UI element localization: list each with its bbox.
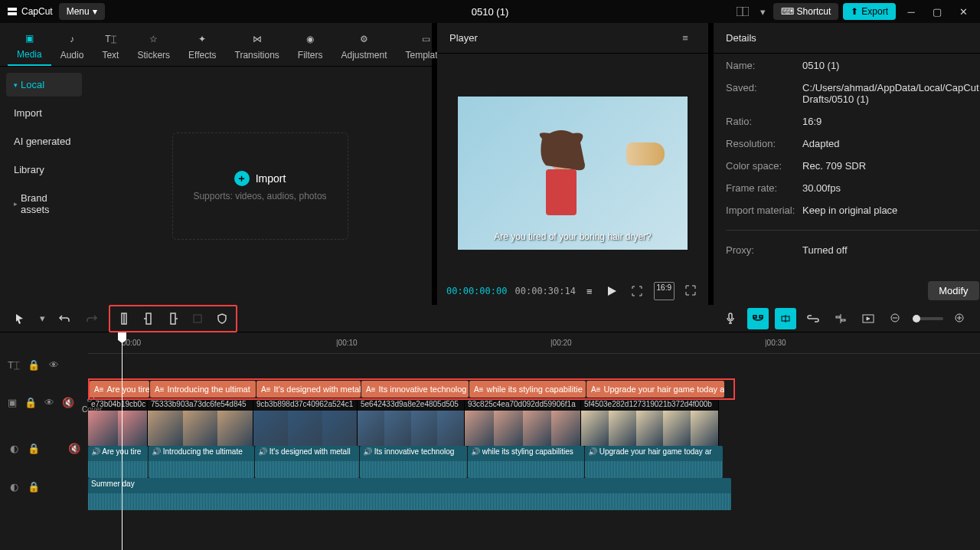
audio-track-icon: ◐ (8, 442, 20, 454)
svg-rect-20 (841, 319, 845, 321)
eye-icon[interactable]: 👁 (47, 358, 60, 371)
link-icon[interactable] (802, 308, 824, 329)
zoom-out-icon[interactable] (885, 308, 906, 329)
video-clip[interactable]: e73b04b19cb0c (88, 400, 148, 446)
mute-icon[interactable]: 🔇 (68, 442, 80, 454)
lock-icon[interactable]: 🔒 (28, 358, 40, 371)
tab-transitions[interactable]: ⋈Transitions (226, 27, 289, 65)
snap-icon[interactable] (775, 308, 796, 329)
fullscreen-icon[interactable] (682, 282, 699, 300)
align-icon[interactable] (830, 308, 851, 329)
tab-filters[interactable]: ◉Filters (289, 27, 332, 65)
audio-clip[interactable]: 🔊 Upgrade your hair game today ar (585, 446, 723, 478)
text-track-icon: T⌶ (8, 358, 20, 371)
track-headers: T⌶ 🔒 👁 ▣ 🔒 👁 🔇 Cover ◐ 🔒 🔇 (0, 332, 88, 550)
tab-audio[interactable]: ♪Audio (51, 27, 93, 65)
detail-row: Saved:C:/Users/ahmad/AppData/Local/CapCu… (726, 82, 979, 105)
redo-button[interactable] (81, 308, 103, 329)
sidebar-item-import[interactable]: Import (6, 101, 82, 125)
play-button[interactable] (603, 283, 620, 300)
media-panel: ▣Media♪AudioT⌶Text☆Stickers✦Effects⋈Tran… (0, 23, 433, 305)
waveform (88, 493, 731, 510)
list-icon[interactable]: ≡ (583, 283, 596, 300)
tab-effects[interactable]: ✦Effects (179, 27, 225, 65)
app-logo: CapCut (6, 5, 53, 18)
import-label: Import (256, 172, 286, 185)
audio-clip[interactable]: 🔊 Its innovative technolog (360, 446, 467, 478)
preview-icon[interactable] (858, 308, 879, 329)
split-left-tool[interactable] (138, 308, 159, 329)
sidebar-item-local[interactable]: Local (6, 73, 82, 97)
adjustment-icon: ⚙ (357, 31, 372, 47)
split-tool[interactable] (113, 308, 135, 329)
undo-button[interactable] (54, 308, 75, 329)
video-clip[interactable]: 75333b903a73dc6fe54d845 (148, 400, 253, 446)
pointer-tool[interactable] (9, 308, 31, 329)
sidebar-item-ai-generated[interactable]: AI generated (6, 129, 82, 153)
crop-tool[interactable] (187, 308, 208, 329)
caption-clip[interactable]: It's designed with metal (256, 381, 361, 398)
import-dropzone[interactable]: ＋ Import Supports: videos, audios, photo… (172, 133, 348, 240)
lock-icon[interactable]: 🔒 (24, 396, 37, 408)
minimize-button[interactable]: ─ (900, 1, 922, 22)
tab-adjustment[interactable]: ⚙Adjustment (332, 27, 396, 65)
lock-icon[interactable]: 🔒 (28, 442, 40, 454)
time-ruler[interactable]: 00:00|00:10|00:20|00:30 (88, 332, 980, 354)
zoom-in-icon[interactable] (949, 308, 971, 329)
layout-icon[interactable] (732, 1, 753, 22)
import-subtitle: Supports: videos, audios, photos (193, 191, 326, 201)
hamburger-icon[interactable]: ≡ (675, 28, 696, 49)
playhead[interactable] (122, 332, 122, 550)
detail-row: Frame rate:30.00fps (726, 182, 979, 194)
music-track-header: ◐ 🔒 (0, 467, 88, 506)
tab-text[interactable]: T⌶Text (93, 27, 128, 65)
shortcut-button[interactable]: ⌨ Shortcut (773, 3, 839, 20)
tab-media[interactable]: ▣Media (8, 26, 51, 66)
music-clip[interactable]: Summer day (88, 478, 731, 510)
lock-icon[interactable]: 🔒 (28, 480, 40, 493)
video-clip[interactable]: 5e642433d9a8e2e4805d505 (358, 400, 465, 446)
audio-clip[interactable]: 🔊 while its styling capabilities (468, 446, 584, 478)
music-track: Summer day (88, 478, 731, 510)
audio-clip[interactable]: 🔊 Are you tire (88, 446, 148, 478)
video-clip[interactable]: 5f4503e282d127319021b372d4f000b (581, 400, 719, 446)
chevron-down-icon[interactable]: ▾ (758, 1, 769, 22)
tab-stickers[interactable]: ☆Stickers (128, 27, 179, 65)
details-title: Details (726, 32, 756, 44)
caption-clip[interactable]: Upgrade your hair game today a (586, 381, 724, 398)
close-button[interactable]: ✕ (952, 1, 974, 22)
caption-clip[interactable]: Introducing the ultimat (150, 381, 256, 398)
svg-rect-15 (729, 313, 732, 319)
video-preview[interactable]: Are you tired of your boring hair dryer? (458, 97, 688, 250)
detail-row: Ratio:16:9 (726, 116, 979, 127)
tracks-area[interactable]: 00:00|00:10|00:20|00:30 Are you tireIntr… (88, 332, 980, 550)
player-controls: 00:00:00:00 00:00:30:14 ≡ 16:9 (437, 277, 708, 305)
video-track-header: ▣ 🔒 👁 🔇 Cover (0, 375, 88, 429)
zoom-slider[interactable] (913, 317, 943, 320)
svg-rect-14 (194, 315, 201, 322)
export-button[interactable]: ⬆ Export (843, 3, 896, 20)
caption-clip[interactable]: while its styling capabilitie (469, 381, 586, 398)
maximize-button[interactable]: ▢ (926, 1, 948, 22)
sidebar-item-brand-assets[interactable]: Brand assets (6, 186, 82, 221)
video-clip[interactable]: 93c825c4ea70d092dd59906f1a (465, 400, 581, 446)
audio-clip[interactable]: 🔊 It's designed with metall (255, 446, 359, 478)
caption-clip[interactable]: Its innovative technolog (361, 381, 469, 398)
mic-icon[interactable] (720, 308, 741, 329)
caption-clip[interactable]: Are you tire (90, 381, 149, 398)
sidebar-item-library[interactable]: Library (6, 158, 82, 182)
menu-button[interactable]: Menu ▾ (59, 3, 105, 20)
ratio-badge[interactable]: 16:9 (654, 282, 675, 300)
video-clip[interactable]: 9cb3b898d37c40962a524c1 (253, 400, 358, 446)
scan-icon[interactable] (628, 282, 646, 300)
video-content (527, 127, 596, 234)
magnet-icon[interactable] (747, 308, 769, 329)
shield-tool[interactable] (211, 308, 233, 329)
mute-icon[interactable]: 🔇 (62, 396, 74, 408)
audio-clip[interactable]: 🔊 Introducing the ultimate (149, 446, 254, 478)
eye-icon[interactable]: 👁 (44, 396, 54, 408)
chevron-down-icon[interactable]: ▾ (37, 308, 47, 329)
split-right-tool[interactable] (162, 308, 184, 329)
modify-button[interactable]: Modify (928, 281, 978, 300)
timeline: ▾ T⌶ 🔒 👁 (0, 305, 980, 550)
